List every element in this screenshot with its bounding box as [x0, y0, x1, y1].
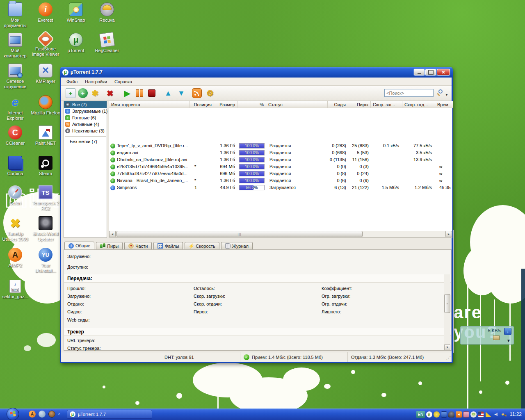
- sidebar-item-finished[interactable]: Готовые (6): [64, 114, 107, 121]
- menu-settings[interactable]: Настройки: [81, 78, 111, 85]
- desktop-icon-my-computer[interactable]: Мой компьютер: [0, 33, 30, 59]
- menu-help[interactable]: Справка: [111, 78, 136, 85]
- table-row[interactable]: e253135d71d749664b954a10395... * 694 Мб …: [109, 163, 452, 170]
- display-tray-icon[interactable]: [441, 411, 447, 418]
- sidebar-item-downloading[interactable]: Загружаемые (1): [64, 108, 107, 114]
- us-flag-tray-icon[interactable]: [478, 411, 484, 418]
- wand-tray-icon[interactable]: [499, 410, 507, 418]
- maximize-button[interactable]: [425, 69, 436, 75]
- volume-tray-icon[interactable]: [493, 411, 499, 418]
- desktop-icon-network-places[interactable]: Сетевое окружение: [0, 64, 30, 89]
- start-icon[interactable]: [122, 88, 132, 98]
- desktop-icon-everest[interactable]: Everest: [31, 2, 60, 23]
- sidebar-item-no-label[interactable]: Без метки (7): [64, 138, 107, 145]
- tab-pieces[interactable]: Части: [124, 242, 152, 249]
- close-button[interactable]: [437, 69, 450, 75]
- col-done[interactable]: %: [237, 101, 266, 108]
- scrollbar-thumb[interactable]: |||: [116, 231, 363, 237]
- desktop-icon-your-uninstaller[interactable]: Your Uninstall...: [31, 248, 60, 274]
- remove-torrent-icon[interactable]: [105, 88, 115, 98]
- desktop-icon-utorrent[interactable]: µTorrent: [61, 33, 91, 53]
- volume-orange-tray-icon[interactable]: [456, 411, 462, 418]
- search-input[interactable]: [384, 89, 434, 97]
- quicklaunch-globe-icon[interactable]: [39, 411, 46, 418]
- col-seeds[interactable]: Сиды: [328, 101, 348, 108]
- quicklaunch-spiral-icon[interactable]: [48, 411, 55, 418]
- create-torrent-icon[interactable]: [90, 88, 100, 98]
- desktop-icon-sektor-gaz[interactable]: sektor_gaz...: [0, 280, 30, 299]
- tab-general[interactable]: Общие: [64, 242, 94, 249]
- add-torrent-icon[interactable]: [66, 88, 75, 98]
- stop-icon[interactable]: [147, 88, 157, 98]
- nvidia-tray-icon[interactable]: [470, 411, 477, 418]
- desktop-icon-steam[interactable]: Steam: [31, 156, 60, 176]
- preferences-icon[interactable]: [205, 88, 215, 98]
- desktop-icon-ccleaner[interactable]: CCleaner: [0, 126, 30, 146]
- scroll-right-icon[interactable]: ►: [445, 231, 452, 237]
- desktop-icon-safari[interactable]: Safari: [0, 185, 30, 206]
- clock[interactable]: 11:22: [510, 411, 522, 417]
- desktop-icon-firefox[interactable]: Mozilla Firefox: [31, 95, 60, 116]
- desktop-icon-teamspeak[interactable]: Teamspeak 2 RC2: [31, 185, 60, 211]
- desktop-icon-my-documents[interactable]: Мои документы: [0, 2, 30, 28]
- desktop-icon-paintnet[interactable]: Paint.NET: [31, 126, 60, 146]
- speed-widget[interactable]: 5 KB/s ↓ ▼: [460, 326, 514, 345]
- taskbar-utorrent-button[interactable]: µ µTorrent 1.7.7: [67, 410, 152, 419]
- col-size[interactable]: Размер: [214, 101, 237, 108]
- tab-speed[interactable]: Скорость: [185, 242, 219, 249]
- col-name[interactable]: Имя торрента: [109, 101, 190, 108]
- table-row[interactable]: Teper'_ty_v_armii_DVDRip_[tfile.r... 1.3…: [109, 142, 452, 149]
- desktop-icon-aimp2[interactable]: AIMP2: [0, 248, 30, 268]
- desktop-icon-winsnap[interactable]: WinSnap: [61, 2, 91, 23]
- hooded-figure-tray-icon[interactable]: [448, 411, 454, 418]
- rss-icon[interactable]: [192, 88, 202, 98]
- scroll-left-icon[interactable]: ◄: [109, 231, 116, 237]
- sidebar-item-inactive[interactable]: Неактивные (3): [64, 128, 107, 134]
- col-order[interactable]: Позиция: [190, 101, 214, 108]
- download-arrow-icon[interactable]: ↓: [504, 328, 511, 335]
- move-down-icon[interactable]: [176, 88, 186, 98]
- desktop-icon-internet-explorer[interactable]: Internet Explorer: [0, 95, 30, 121]
- desktop-icon-shock-world[interactable]: Shock-World Updater: [31, 216, 60, 242]
- desktop-icon-regcleaner[interactable]: RegCleaner: [92, 33, 122, 53]
- table-row[interactable]: Ohotniki_na_Drakonov_[tfile.ru].avi 1.36…: [109, 156, 452, 163]
- vertical-scrollbar[interactable]: ≡: [444, 274, 450, 350]
- table-row[interactable]: 775fd0ccf87c4277d07eeac49a0d... 696 Мб 1…: [109, 170, 452, 177]
- search-icon[interactable]: [438, 89, 443, 94]
- scroll-down-icon[interactable]: ▼: [444, 344, 450, 350]
- table-row[interactable]: Nirvana - Brasil_Rio_de_Janeiro_... * 1.…: [109, 177, 452, 184]
- table-row[interactable]: индиго.avi 1.36 Гб 100.0%100.0% Раздаетс…: [109, 149, 452, 156]
- col-down-speed[interactable]: Скор. заг...: [371, 101, 402, 108]
- camera-tray-icon[interactable]: [463, 411, 469, 418]
- col-peers[interactable]: Пиры: [348, 101, 371, 108]
- sidebar-item-all[interactable]: Все (7): [64, 101, 107, 108]
- col-status[interactable]: Статус: [266, 101, 328, 108]
- quicklaunch-expand-icon[interactable]: ›: [58, 411, 60, 416]
- start-button[interactable]: [7, 408, 19, 420]
- scrollbar-thumb[interactable]: ≡: [444, 294, 450, 313]
- smiley-tray-icon[interactable]: [434, 411, 440, 418]
- desktop-icon-kmplayer[interactable]: KMPlayer: [31, 64, 60, 84]
- tab-peers[interactable]: Пиры: [96, 242, 123, 249]
- signal-strength-tray-icon[interactable]: [485, 411, 491, 418]
- resize-grip[interactable]: ⋰: [446, 355, 451, 361]
- table-row[interactable]: Simpsons 1 48.9 Гб 56.3%56.3% Загружаетс…: [109, 184, 452, 191]
- pause-icon[interactable]: [135, 88, 144, 98]
- search-dropdown-icon[interactable]: ▼: [445, 93, 448, 97]
- collapse-arrow-icon[interactable]: ▼: [507, 338, 511, 343]
- title-bar[interactable]: µ µTorrent 1.7.7: [60, 67, 453, 78]
- add-url-icon[interactable]: [78, 88, 88, 98]
- col-eta[interactable]: Врем: [435, 101, 453, 108]
- desktop-icon-recuva[interactable]: Recuva: [92, 2, 122, 23]
- menu-file[interactable]: Файл: [63, 78, 81, 85]
- horizontal-scrollbar[interactable]: ◄ ||| ►: [109, 231, 452, 238]
- desktop-icon-corbina[interactable]: Corbina: [0, 156, 30, 176]
- tab-logger[interactable]: Журнал: [221, 242, 253, 249]
- quicklaunch-aimp-icon[interactable]: [29, 411, 36, 418]
- utorrent-tray-icon[interactable]: [426, 411, 432, 418]
- desktop-icon-tuneup[interactable]: TuneUp Utilities 2008: [0, 216, 30, 242]
- sidebar-item-active[interactable]: Активные (4): [64, 121, 107, 128]
- minimize-button[interactable]: [414, 69, 425, 75]
- language-indicator[interactable]: EN: [416, 411, 425, 418]
- col-up-speed[interactable]: Скор. отд...: [402, 101, 435, 108]
